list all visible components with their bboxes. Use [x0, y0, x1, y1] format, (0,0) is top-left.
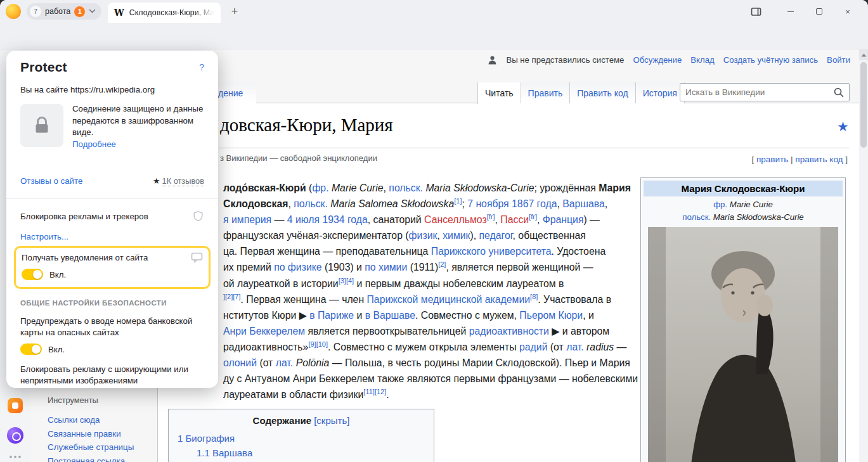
close-button[interactable]: ×: [842, 6, 853, 16]
notifications-toggle[interactable]: [22, 269, 43, 280]
wiki-link[interactable]: химик: [443, 230, 470, 241]
more-services-icon[interactable]: [9, 455, 22, 459]
details-link[interactable]: Подробнее: [72, 139, 116, 149]
wiki-link[interactable]: радиоактивности: [469, 326, 549, 337]
text-segment: . Участвовала в: [538, 294, 611, 305]
maximize-button[interactable]: [813, 6, 825, 16]
infobox-name-fr: фр. Marie Curie: [644, 200, 843, 209]
personal-link-login[interactable]: Войти: [827, 55, 850, 65]
reviews-count[interactable]: ★1К отзывов: [153, 176, 204, 186]
wiki-link[interactable]: [8]: [530, 292, 538, 300]
wiki-link[interactable]: править: [756, 155, 788, 164]
wiki-link[interactable]: [скрыть]: [314, 415, 349, 426]
wiki-link[interactable]: Пьером Кюри: [519, 310, 583, 321]
wiki-link[interactable]: педагог: [479, 230, 513, 241]
personal-link-talk[interactable]: Обсуждение: [633, 55, 682, 65]
text-segment: . Первая женщина — член: [241, 294, 367, 305]
wiki-link[interactable]: Пасси: [500, 214, 529, 225]
wiki-link[interactable]: польск.: [389, 183, 423, 193]
wiki-link[interactable]: [3]: [339, 276, 346, 284]
card-warning-toggle[interactable]: [20, 343, 42, 355]
wiki-link[interactable]: [fr]: [487, 213, 495, 221]
text-segment: (от: [547, 342, 566, 352]
wiki-link[interactable]: лат.: [276, 357, 294, 368]
search-input[interactable]: [685, 87, 830, 97]
alice-assistant-icon[interactable]: [7, 427, 23, 444]
wiki-link[interactable]: Санселльмоз: [424, 214, 487, 225]
wiki-link[interactable]: польск.: [294, 198, 328, 209]
watchlist-star-icon[interactable]: ★: [837, 119, 849, 134]
wiki-link[interactable]: по химии: [365, 262, 407, 273]
article-line: ца. Первая женщина — преподавательница П…: [223, 243, 638, 259]
text-segment: ; урождённая: [534, 183, 599, 193]
search-icon[interactable]: [833, 87, 845, 98]
text-segment: ,: [437, 230, 443, 241]
adblock-configure-link[interactable]: Настроить...: [20, 232, 68, 241]
page-scrollbar[interactable]: [859, 49, 868, 462]
protect-help-link[interactable]: ?: [199, 62, 204, 72]
tab-edit-source[interactable]: Править код: [569, 82, 635, 103]
personal-link-create-account[interactable]: Создать учётную запись: [723, 55, 818, 65]
scrollbar-up-arrow[interactable]: [859, 49, 868, 60]
profile-avatar[interactable]: [6, 4, 21, 19]
wiki-link[interactable]: Парижского университета: [431, 246, 552, 257]
lock-icon: [31, 115, 53, 136]
side-panel-icon[interactable]: [750, 6, 761, 16]
tab-edit[interactable]: Править: [521, 82, 570, 103]
wiki-link[interactable]: польск.: [682, 212, 711, 222]
text-segment: (от: [257, 357, 276, 368]
wiki-link[interactable]: 7 ноября: [467, 198, 508, 209]
wiki-link[interactable]: физик: [409, 230, 437, 241]
login-status: Вы не представились системе: [506, 55, 624, 65]
wiki-link[interactable]: [7]: [233, 292, 240, 300]
tab-history[interactable]: История: [635, 82, 685, 103]
wiki-link[interactable]: я империя: [223, 214, 271, 225]
wiki-link[interactable]: лат.: [566, 342, 584, 352]
wiki-link[interactable]: [2]: [225, 292, 233, 300]
text-segment: . Совместно с мужем открыла элементы: [328, 342, 519, 352]
site-reviews-link[interactable]: Отзывы о сайте: [20, 176, 82, 186]
wiki-link[interactable]: радий: [519, 342, 547, 352]
tools-link-special-pages[interactable]: Служебные страницы: [48, 440, 134, 454]
wiki-link[interactable]: [9]: [308, 340, 316, 348]
wiki-link[interactable]: править код: [795, 155, 843, 164]
wiki-link[interactable]: олоний: [223, 357, 257, 368]
toc-item-biography[interactable]: 1 Биография: [178, 433, 434, 444]
tools-link-related-changes[interactable]: Связанные правки: [48, 427, 134, 441]
wiki-link[interactable]: фр.: [312, 183, 328, 193]
yandex-services-icon[interactable]: [8, 398, 23, 413]
wiki-link[interactable]: 1867 года: [512, 198, 557, 209]
personal-link-contribs[interactable]: Вклад: [690, 55, 714, 65]
wiki-link[interactable]: [10]: [316, 340, 328, 348]
scrollbar-thumb[interactable]: [860, 62, 867, 148]
wiki-link[interactable]: 1934 года: [322, 214, 367, 225]
text-segment: является первооткрывательницей: [305, 326, 469, 337]
tools-link-whatlinkshere[interactable]: Ссылки сюда: [48, 413, 134, 427]
wiki-link[interactable]: [4]: [346, 276, 354, 284]
wiki-link[interactable]: [2]: [438, 260, 446, 268]
wiki-link[interactable]: [11]: [363, 388, 375, 395]
wiki-link[interactable]: в Варшаве: [365, 310, 415, 321]
new-tab-button[interactable]: +: [227, 4, 242, 19]
wiki-link[interactable]: фр.: [713, 200, 727, 209]
wiki-link[interactable]: по физике: [274, 262, 322, 273]
wiki-link[interactable]: Варшава: [562, 198, 605, 209]
tools-link-permanent-link[interactable]: Постоянная ссылка: [48, 454, 134, 462]
active-tab[interactable]: W Склодовская-Кюри, Ма: [108, 3, 221, 23]
tab-read[interactable]: Читать: [477, 82, 521, 104]
wiki-link[interactable]: Анри Беккерелем: [223, 326, 305, 337]
wiki-link[interactable]: 4 июля: [287, 214, 320, 225]
wiki-link[interactable]: [12]: [375, 388, 386, 395]
portrait-photo[interactable]: [648, 227, 838, 462]
wiki-link[interactable]: Франция: [543, 214, 584, 225]
wiki-link[interactable]: Парижской медицинской академии: [367, 294, 531, 305]
toc-item-warsaw[interactable]: 1.1 Варшава: [197, 447, 434, 458]
tab-group[interactable]: 7 работа 1: [27, 3, 101, 20]
minimize-button[interactable]: [785, 6, 796, 16]
wiki-link[interactable]: [fr]: [529, 213, 537, 221]
text-segment: , общественная: [513, 230, 586, 241]
chevron-down-icon: [89, 9, 96, 14]
wiki-link[interactable]: в Париже: [309, 310, 354, 321]
text-segment: ца. Первая женщина — преподавательница: [223, 246, 431, 257]
wiki-link[interactable]: [1]: [454, 197, 462, 205]
